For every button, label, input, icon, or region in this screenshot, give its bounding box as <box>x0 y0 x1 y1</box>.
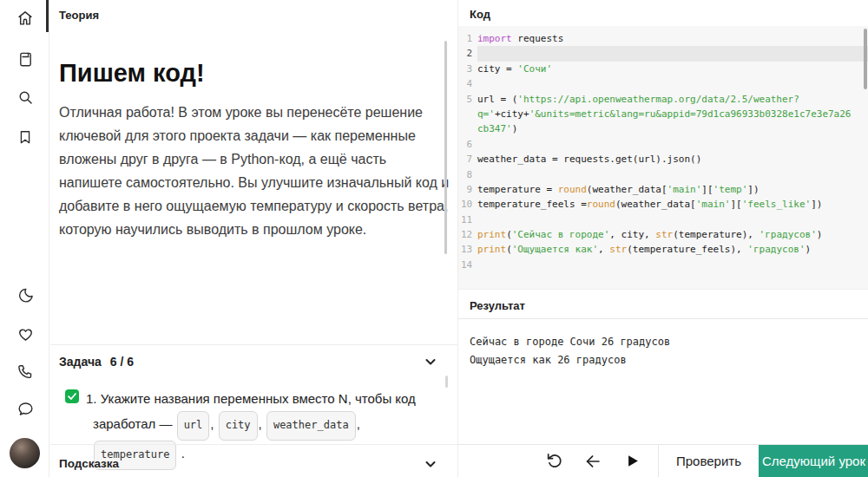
support-call-button[interactable] <box>15 363 36 383</box>
code-line: 13print('Ощущается как', str(temperature… <box>458 242 868 257</box>
code-toolbar: Проверить Следующий урок <box>458 444 868 477</box>
code-line: cb347') <box>458 121 868 136</box>
task-header: Задача6 / 6 <box>59 355 134 369</box>
code-line: 12print('Сейчас в городе', city, str(tem… <box>458 227 868 242</box>
nav-home-button[interactable] <box>15 9 36 29</box>
variable-chip: url <box>177 411 210 441</box>
theory-scrollbar-thumb[interactable] <box>444 41 447 254</box>
favorites-button[interactable] <box>15 325 36 346</box>
check-button[interactable]: Проверить <box>659 445 759 477</box>
chevron-down-icon[interactable] <box>424 355 437 369</box>
variable-chip: weather_data <box>266 411 356 441</box>
home-icon <box>16 9 35 28</box>
sidebar-scrollbar-thumb[interactable] <box>46 0 49 32</box>
output-line: Ощущается как 26 градусов <box>470 351 858 369</box>
checkmark-icon <box>66 390 78 402</box>
output-line: Сейчас в городе Сочи 26 градусов <box>470 333 858 351</box>
sidebar <box>0 0 49 477</box>
code-editor[interactable]: 1import requests23city = 'Сочи'45url = (… <box>458 26 868 289</box>
back-arrow-icon <box>583 452 602 471</box>
program-output: Сейчас в городе Сочи 26 градусовОщущаетс… <box>458 319 868 444</box>
task-checkbox[interactable] <box>65 389 79 403</box>
code-header: Код <box>470 8 490 21</box>
next-lesson-button[interactable]: Следующий урок <box>759 445 868 477</box>
step-back-button[interactable] <box>582 451 603 472</box>
code-line: 3city = 'Сочи' <box>458 62 868 76</box>
result-header: Результат <box>458 289 868 319</box>
chat-icon <box>16 400 35 418</box>
nav-search-button[interactable] <box>15 88 36 109</box>
hint-header: Подсказка <box>59 457 119 470</box>
code-line: 14 <box>458 258 868 272</box>
user-avatar[interactable] <box>10 438 40 468</box>
code-line: 4 <box>458 76 868 91</box>
phone-icon <box>16 363 35 381</box>
code-line: 6 <box>458 137 868 152</box>
nav-bookmarks-button[interactable] <box>15 127 36 148</box>
code-line: q='+city+'&units=metric&lang=ru&appid=79… <box>458 107 868 121</box>
code-line: 1import requests <box>458 31 868 46</box>
task-divider <box>50 344 457 345</box>
code-line: 10temperature_feels =round(weather_data[… <box>458 197 868 212</box>
chevron-down-icon[interactable] <box>424 457 437 471</box>
search-icon <box>16 88 35 107</box>
code-line: 9temperature = round(weather_data['main'… <box>458 182 868 197</box>
task-scrollbar-thumb[interactable] <box>445 376 448 388</box>
editor-scrollbar-thumb[interactable] <box>864 29 867 89</box>
lesson-paragraph: Отличная работа! В этом уроке вы перенес… <box>59 101 451 241</box>
book-icon <box>16 50 35 69</box>
messages-button[interactable] <box>15 400 36 421</box>
lesson-title: Пишем код! <box>59 59 205 88</box>
heart-icon <box>16 325 35 343</box>
bookmark-icon <box>16 128 34 146</box>
theme-toggle-button[interactable] <box>15 286 36 307</box>
toolbar-icons <box>458 445 658 477</box>
nav-courses-button[interactable] <box>15 50 36 71</box>
run-code-button[interactable] <box>621 451 642 472</box>
task-section-toggle[interactable]: Задача6 / 6 <box>50 344 457 381</box>
task-progress: 6 / 6 <box>110 355 134 369</box>
code-panel: Код 1import requests23city = 'Сочи'45url… <box>457 0 868 477</box>
hint-section-toggle[interactable]: Подсказка <box>50 444 457 477</box>
theory-header: Теория <box>59 9 99 22</box>
code-line: 5url = ('https://api.openweathermap.org/… <box>458 92 868 107</box>
code-line: 7weather_data = requests.get(url).json() <box>458 152 868 167</box>
reset-icon <box>545 452 563 470</box>
code-line: 8 <box>458 167 868 182</box>
code-line: 11 <box>458 212 868 227</box>
theory-panel: Теория Пишем код! Отличная работа! В это… <box>50 0 457 477</box>
result-header-label: Результат <box>470 299 525 312</box>
moon-icon <box>16 286 35 304</box>
task-header-label: Задача <box>59 355 102 369</box>
hint-divider <box>50 444 457 445</box>
variable-chip: city <box>219 411 258 441</box>
run-icon <box>624 453 641 469</box>
code-line: 2 <box>458 46 868 61</box>
reset-code-button[interactable] <box>543 451 564 472</box>
